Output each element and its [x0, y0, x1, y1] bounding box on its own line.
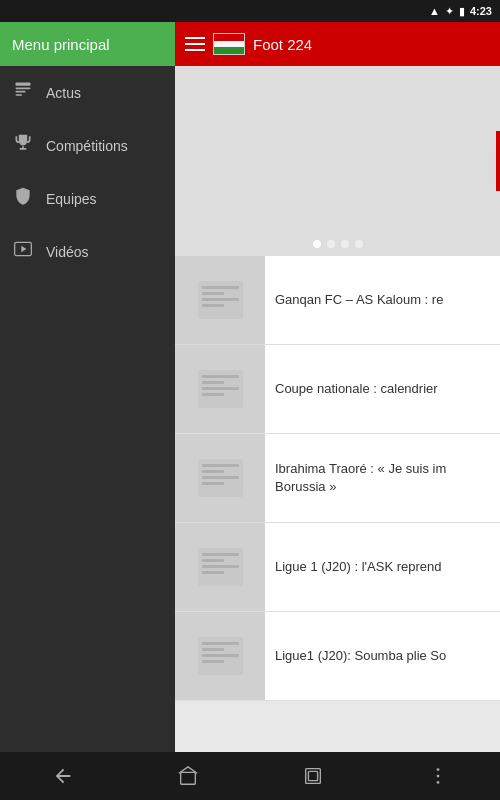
- hero-dots: [313, 240, 363, 248]
- hero-dot-2[interactable]: [327, 240, 335, 248]
- app-bar: Foot 224: [175, 22, 500, 66]
- hero-side-indicator: [496, 131, 500, 191]
- sidebar: Menu principal Actus Compétitions: [0, 22, 175, 752]
- hero-dot-4[interactable]: [355, 240, 363, 248]
- news-item-5[interactable]: Ligue1 (J20): Soumba plie So: [175, 612, 500, 701]
- sidebar-item-competitions[interactable]: Compétitions: [0, 119, 175, 172]
- news-thumbnail-3: [175, 434, 265, 522]
- back-button[interactable]: [38, 752, 88, 800]
- sidebar-item-videos[interactable]: Vidéos: [0, 225, 175, 278]
- bluetooth-icon: ✦: [445, 5, 454, 18]
- newspaper-icon-2: [198, 370, 243, 408]
- svg-point-9: [436, 768, 439, 771]
- news-item-3[interactable]: Ibrahima Traoré : « Je suis im Borussia …: [175, 434, 500, 523]
- status-icons: ▲ ✦ ▮ 4:23: [429, 5, 492, 18]
- news-thumbnail-4: [175, 523, 265, 611]
- news-content-4: Ligue 1 (J20) : l'ASK reprend: [265, 523, 500, 611]
- news-title-1: Ganqan FC – AS Kaloum : re: [275, 291, 443, 309]
- battery-icon: ▮: [459, 5, 465, 18]
- svg-rect-3: [16, 94, 23, 96]
- hamburger-menu-button[interactable]: [185, 37, 205, 51]
- more-options-button[interactable]: [413, 752, 463, 800]
- recents-button[interactable]: [288, 752, 338, 800]
- status-bar: ▲ ✦ ▮ 4:23: [0, 0, 500, 22]
- news-item-4[interactable]: Ligue 1 (J20) : l'ASK reprend: [175, 523, 500, 612]
- newspaper-icon-5: [198, 637, 243, 675]
- newspaper-icon-1: [198, 281, 243, 319]
- news-title-2: Coupe nationale : calendrier: [275, 380, 438, 398]
- news-thumbnail-5: [175, 612, 265, 700]
- article-icon: [12, 80, 34, 105]
- hero-dot-3[interactable]: [341, 240, 349, 248]
- sidebar-header-text: Menu principal: [12, 36, 110, 53]
- svg-rect-0: [16, 83, 31, 86]
- news-content-1: Ganqan FC – AS Kaloum : re: [265, 256, 500, 344]
- news-thumbnail-2: [175, 345, 265, 433]
- news-list: Ganqan FC – AS Kaloum : re Coupe nationa…: [175, 256, 500, 752]
- news-content-3: Ibrahima Traoré : « Je suis im Borussia …: [265, 434, 500, 522]
- svg-marker-5: [21, 246, 26, 253]
- content-area: Foot 224: [175, 22, 500, 752]
- main-layout: Menu principal Actus Compétitions: [0, 22, 500, 752]
- app-title: Foot 224: [253, 36, 312, 53]
- sidebar-header: Menu principal: [0, 22, 175, 66]
- news-title-4: Ligue 1 (J20) : l'ASK reprend: [275, 558, 442, 576]
- status-time: 4:23: [470, 5, 492, 17]
- newspaper-icon-4: [198, 548, 243, 586]
- hero-banner[interactable]: [175, 66, 500, 256]
- sidebar-item-competitions-label: Compétitions: [46, 138, 128, 154]
- app-logo: [213, 33, 245, 55]
- sidebar-item-actus[interactable]: Actus: [0, 66, 175, 119]
- logo-bot: [214, 47, 244, 54]
- bottom-nav: [0, 752, 500, 800]
- news-item-1[interactable]: Ganqan FC – AS Kaloum : re: [175, 256, 500, 345]
- play-icon: [12, 239, 34, 264]
- svg-point-10: [436, 775, 439, 778]
- hero-dot-1[interactable]: [313, 240, 321, 248]
- sidebar-item-actus-label: Actus: [46, 85, 81, 101]
- logo-mid: [214, 41, 244, 48]
- trophy-icon: [12, 133, 34, 158]
- svg-rect-6: [180, 772, 195, 784]
- sidebar-item-videos-label: Vidéos: [46, 244, 89, 260]
- svg-rect-8: [308, 771, 317, 780]
- news-content-2: Coupe nationale : calendrier: [265, 345, 500, 433]
- sidebar-item-equipes[interactable]: Equipes: [0, 172, 175, 225]
- svg-point-11: [436, 781, 439, 784]
- shield-icon: [12, 186, 34, 211]
- news-content-5: Ligue1 (J20): Soumba plie So: [265, 612, 500, 700]
- news-item-2[interactable]: Coupe nationale : calendrier: [175, 345, 500, 434]
- news-title-3: Ibrahima Traoré : « Je suis im Borussia …: [275, 460, 490, 496]
- svg-rect-1: [16, 88, 31, 90]
- wifi-icon: ▲: [429, 5, 440, 17]
- home-button[interactable]: [163, 752, 213, 800]
- svg-rect-2: [16, 91, 26, 93]
- sidebar-item-equipes-label: Equipes: [46, 191, 97, 207]
- newspaper-icon-3: [198, 459, 243, 497]
- logo-top: [214, 34, 244, 41]
- news-thumbnail-1: [175, 256, 265, 344]
- news-title-5: Ligue1 (J20): Soumba plie So: [275, 647, 446, 665]
